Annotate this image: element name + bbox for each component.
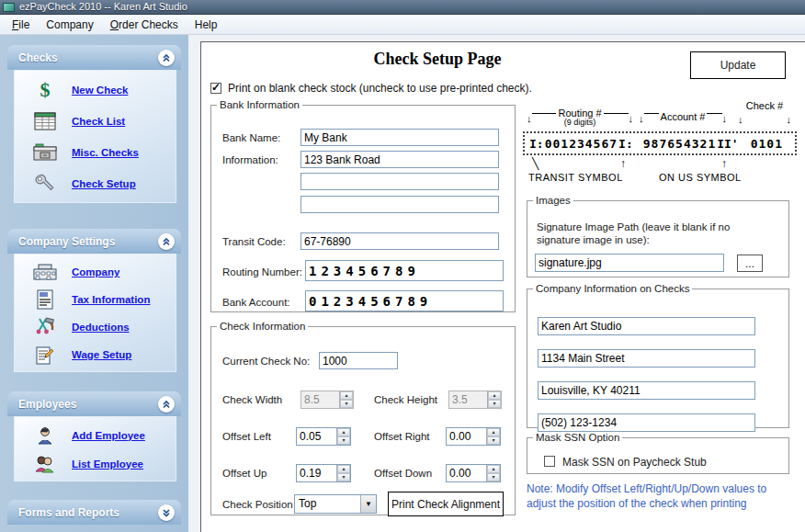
micr-routing-digits: 001234567 (545, 137, 618, 151)
section-panel-employees: Add Employee List Employee (14, 416, 176, 481)
offset-left-label: Offset Left (222, 431, 271, 442)
offset-left-stepper[interactable]: 0.05 (296, 427, 351, 446)
stepper-up-icon[interactable] (487, 465, 500, 473)
sidebar-item-label[interactable]: Deductions (72, 322, 130, 333)
title-bar[interactable]: ezPayCheck 2010 -- Karen Art Studio (0, 0, 805, 15)
section-header-checks[interactable]: Checks (7, 45, 181, 70)
offset-right-stepper[interactable]: 0.00 (446, 427, 501, 446)
transit-symbol-icon: I: (618, 137, 633, 151)
print-blank-stock-label: Print on blank check stock (uncheck to u… (228, 82, 532, 95)
bank-information-input-2[interactable] (300, 173, 499, 190)
offset-up-label: Offset Up (222, 468, 266, 479)
sidebar-item-list-employee[interactable]: List Employee (15, 449, 176, 478)
section-title: Employees (18, 398, 76, 411)
down-arrow-icon: ↓ (787, 115, 792, 124)
sidebar-item-company[interactable]: Company (15, 258, 176, 286)
offset-down-value: 0.00 (447, 465, 486, 481)
sidebar-item-misc-checks[interactable]: Misc. Checks (15, 137, 176, 168)
stepper-down-icon[interactable] (487, 473, 500, 481)
transit-symbol-icon: I: (529, 137, 544, 151)
sidebar-item-new-check[interactable]: $ New Check (15, 74, 176, 106)
stepper-up-icon[interactable] (337, 465, 350, 473)
sidebar-item-label[interactable]: Misc. Checks (72, 147, 139, 158)
menu-file[interactable]: File (4, 17, 38, 33)
bank-information-label: Information: (222, 154, 278, 165)
sidebar-item-label[interactable]: Company (72, 266, 119, 277)
routing-bracket-label: Routing # (558, 108, 601, 119)
sidebar-item-wage-setup[interactable]: Wage Setup (15, 341, 176, 368)
chevron-double-down-icon[interactable] (158, 504, 175, 521)
check-width-value: 8.5 (301, 391, 339, 408)
routing-number-input[interactable]: 123456789 (305, 260, 504, 281)
print-blank-stock-row: Print on blank check stock (uncheck to u… (210, 82, 532, 95)
sidebar-item-label[interactable]: New Check (72, 85, 128, 96)
offset-up-stepper[interactable]: 0.19 (296, 464, 351, 482)
mask-ssn-checkbox[interactable] (544, 456, 555, 467)
sidebar-item-label[interactable]: Check Setup (72, 178, 136, 189)
drawer-icon (29, 143, 61, 162)
company-phone-input[interactable] (538, 413, 755, 432)
offset-left-value: 0.05 (297, 428, 336, 445)
check-width-stepper: 8.5 (300, 391, 354, 409)
chevron-double-up-icon[interactable] (158, 233, 175, 250)
mask-ssn-group: Mask SSN Option Mask SSN on Paycheck Stu… (527, 432, 789, 474)
sidebar-item-label[interactable]: Check List (72, 116, 125, 127)
menu-company[interactable]: Company (38, 17, 101, 33)
section-panel-company-settings: Company Tax Information Deductions Wage … (14, 254, 176, 372)
dropdown-arrow-icon[interactable] (360, 495, 376, 513)
section-title: Forms and Reports (18, 506, 119, 519)
stepper-down-icon[interactable] (487, 436, 500, 445)
stepper-down-icon (340, 400, 353, 408)
section-header-employees[interactable]: Employees (7, 391, 181, 416)
company-name-input[interactable] (538, 317, 755, 335)
down-arrow-icon: ↓ (629, 114, 634, 123)
stepper-up-icon[interactable] (337, 428, 350, 436)
stepper-down-icon[interactable] (337, 436, 350, 445)
transit-code-input[interactable] (300, 232, 499, 250)
bank-account-label: Bank Account: (222, 297, 290, 308)
sidebar-item-label[interactable]: Add Employee (72, 430, 145, 441)
sidebar-item-label[interactable]: List Employee (72, 458, 143, 470)
offset-right-label: Offset Right (374, 431, 430, 442)
check-height-value: 3.5 (449, 391, 487, 408)
sidebar-item-tax-information[interactable]: Tax Information (15, 286, 176, 313)
check-information-group: Check Information Current Check No: Chec… (210, 321, 516, 515)
sidebar-item-label[interactable]: Tax Information (72, 294, 150, 305)
chevron-double-up-icon[interactable] (158, 396, 175, 413)
transit-symbol-label: TRANSIT SYMBOL (528, 172, 623, 183)
check-position-dropdown[interactable]: Top (294, 494, 377, 514)
sidebar-item-label[interactable]: Wage Setup (72, 349, 131, 360)
micr-account-digits: 987654321 (643, 137, 716, 151)
stepper-down-icon[interactable] (337, 473, 350, 481)
bank-information-input-1[interactable] (300, 151, 499, 168)
bank-name-input[interactable] (300, 129, 499, 146)
browse-button[interactable]: ... (737, 255, 763, 272)
bank-account-input[interactable]: 0123456789 (305, 290, 504, 311)
chevron-double-up-icon[interactable] (158, 50, 175, 66)
sidebar-item-check-setup[interactable]: Check Setup (15, 168, 176, 199)
company-city-input[interactable] (538, 381, 755, 400)
account-bracket-label: Account # (659, 111, 708, 122)
print-blank-stock-checkbox[interactable] (210, 83, 221, 94)
check-height-stepper: 3.5 (448, 391, 502, 409)
down-arrow-icon: ↓ (527, 114, 532, 123)
menu-order-checks[interactable]: Order Checks (102, 17, 187, 33)
sidebar-item-check-list[interactable]: Check List (15, 106, 176, 137)
check-height-label: Check Height (374, 394, 437, 405)
window-title: ezPayCheck 2010 -- Karen Art Studio (19, 0, 187, 14)
print-check-alignment-button[interactable]: Print Check Alignment (388, 492, 504, 516)
company-street-input[interactable] (538, 349, 755, 368)
signature-path-input[interactable] (535, 254, 724, 272)
update-button[interactable]: Update (690, 51, 786, 79)
sidebar-item-add-employee[interactable]: Add Employee (15, 421, 176, 449)
section-title: Company Settings (18, 235, 115, 248)
section-header-forms-reports[interactable]: Forms and Reports (7, 500, 181, 525)
current-check-no-input[interactable] (319, 352, 398, 369)
section-header-company-settings[interactable]: Company Settings (7, 229, 181, 254)
offset-down-stepper[interactable]: 0.00 (446, 464, 501, 482)
menu-help[interactable]: Help (187, 17, 226, 33)
stepper-up-icon[interactable] (487, 428, 500, 436)
offset-right-value: 0.00 (447, 428, 486, 445)
sidebar-item-deductions[interactable]: Deductions (15, 313, 176, 341)
bank-information-input-3[interactable] (300, 196, 499, 213)
